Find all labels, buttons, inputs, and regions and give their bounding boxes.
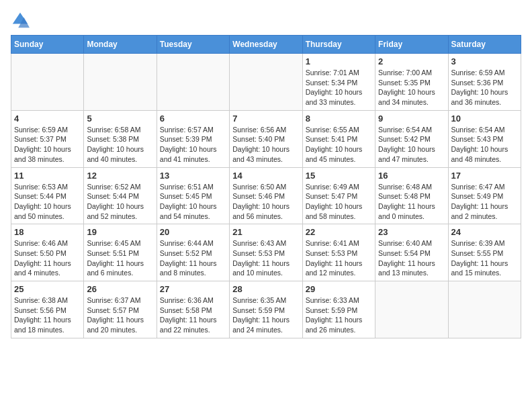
day-info: Sunrise: 6:59 AMSunset: 5:37 PMDaylight:… <box>14 125 81 165</box>
day-number: 10 <box>451 113 518 124</box>
day-number: 3 <box>451 56 518 66</box>
calendar-cell: 8Sunrise: 6:55 AMSunset: 5:41 PMDaylight… <box>302 110 375 167</box>
day-info: Sunrise: 6:54 AMSunset: 5:42 PMDaylight:… <box>378 125 445 165</box>
calendar-cell: 11Sunrise: 6:53 AMSunset: 5:44 PMDayligh… <box>11 167 84 224</box>
calendar-cell: 23Sunrise: 6:40 AMSunset: 5:54 PMDayligh… <box>375 224 448 281</box>
calendar-cell: 5Sunrise: 6:58 AMSunset: 5:38 PMDaylight… <box>84 110 157 167</box>
calendar-cell: 18Sunrise: 6:46 AMSunset: 5:50 PMDayligh… <box>11 224 84 281</box>
day-info: Sunrise: 6:39 AMSunset: 5:55 PMDaylight:… <box>451 238 518 278</box>
calendar-cell: 19Sunrise: 6:45 AMSunset: 5:51 PMDayligh… <box>84 224 157 281</box>
day-number: 5 <box>87 113 153 124</box>
calendar-cell <box>84 54 157 111</box>
calendar-cell: 21Sunrise: 6:43 AMSunset: 5:53 PMDayligh… <box>230 224 302 281</box>
calendar-week-row: 1Sunrise: 7:01 AMSunset: 5:34 PMDaylight… <box>11 54 521 111</box>
calendar-cell: 26Sunrise: 6:37 AMSunset: 5:57 PMDayligh… <box>84 281 157 338</box>
day-number: 17 <box>451 171 518 181</box>
day-number: 6 <box>160 113 226 124</box>
day-number: 14 <box>232 171 299 181</box>
day-info: Sunrise: 6:49 AMSunset: 5:47 PMDaylight:… <box>306 182 372 222</box>
weekday-header-monday: Monday <box>84 36 157 54</box>
day-info: Sunrise: 6:55 AMSunset: 5:41 PMDaylight:… <box>306 125 372 165</box>
calendar-cell <box>448 281 521 338</box>
calendar-table: SundayMondayTuesdayWednesdayThursdayFrid… <box>11 35 521 338</box>
logo-icon <box>11 11 30 30</box>
day-info: Sunrise: 6:38 AMSunset: 5:56 PMDaylight:… <box>14 295 81 335</box>
day-number: 7 <box>232 113 299 124</box>
calendar-cell: 15Sunrise: 6:49 AMSunset: 5:47 PMDayligh… <box>302 167 375 224</box>
calendar-cell: 12Sunrise: 6:52 AMSunset: 5:44 PMDayligh… <box>84 167 157 224</box>
calendar-cell: 20Sunrise: 6:44 AMSunset: 5:52 PMDayligh… <box>157 224 229 281</box>
day-number: 19 <box>87 227 153 237</box>
calendar-week-row: 18Sunrise: 6:46 AMSunset: 5:50 PMDayligh… <box>11 224 521 281</box>
day-number: 9 <box>378 113 445 124</box>
calendar-week-row: 25Sunrise: 6:38 AMSunset: 5:56 PMDayligh… <box>11 281 521 338</box>
weekday-header-sunday: Sunday <box>11 36 84 54</box>
day-number: 25 <box>14 284 81 294</box>
day-info: Sunrise: 6:56 AMSunset: 5:40 PMDaylight:… <box>232 125 299 165</box>
calendar-cell: 27Sunrise: 6:36 AMSunset: 5:58 PMDayligh… <box>157 281 229 338</box>
calendar-cell <box>11 54 84 111</box>
day-info: Sunrise: 6:54 AMSunset: 5:43 PMDaylight:… <box>451 125 518 165</box>
calendar-cell: 22Sunrise: 6:41 AMSunset: 5:53 PMDayligh… <box>302 224 375 281</box>
day-number: 11 <box>14 171 81 181</box>
day-info: Sunrise: 6:44 AMSunset: 5:52 PMDaylight:… <box>160 238 226 278</box>
day-info: Sunrise: 6:40 AMSunset: 5:54 PMDaylight:… <box>378 238 445 278</box>
weekday-header-saturday: Saturday <box>448 36 521 54</box>
day-number: 27 <box>160 284 226 294</box>
day-info: Sunrise: 6:33 AMSunset: 5:59 PMDaylight:… <box>306 295 372 335</box>
page-header <box>11 11 521 30</box>
calendar-cell: 7Sunrise: 6:56 AMSunset: 5:40 PMDaylight… <box>230 110 302 167</box>
calendar-cell: 3Sunrise: 6:59 AMSunset: 5:36 PMDaylight… <box>448 54 521 111</box>
calendar-cell: 16Sunrise: 6:48 AMSunset: 5:48 PMDayligh… <box>375 167 448 224</box>
day-number: 22 <box>306 227 372 237</box>
day-number: 28 <box>232 284 299 294</box>
weekday-header-thursday: Thursday <box>302 36 375 54</box>
day-number: 4 <box>14 113 81 124</box>
calendar-cell: 13Sunrise: 6:51 AMSunset: 5:45 PMDayligh… <box>157 167 229 224</box>
calendar-week-row: 11Sunrise: 6:53 AMSunset: 5:44 PMDayligh… <box>11 167 521 224</box>
calendar-cell: 6Sunrise: 6:57 AMSunset: 5:39 PMDaylight… <box>157 110 229 167</box>
day-info: Sunrise: 6:50 AMSunset: 5:46 PMDaylight:… <box>232 182 299 222</box>
calendar-cell: 14Sunrise: 6:50 AMSunset: 5:46 PMDayligh… <box>230 167 302 224</box>
day-number: 21 <box>232 227 299 237</box>
calendar-cell: 1Sunrise: 7:01 AMSunset: 5:34 PMDaylight… <box>302 54 375 111</box>
day-info: Sunrise: 6:36 AMSunset: 5:58 PMDaylight:… <box>160 295 226 335</box>
day-number: 1 <box>306 56 372 66</box>
weekday-header-wednesday: Wednesday <box>230 36 302 54</box>
day-info: Sunrise: 6:43 AMSunset: 5:53 PMDaylight:… <box>232 238 299 278</box>
calendar-cell: 2Sunrise: 7:00 AMSunset: 5:35 PMDaylight… <box>375 54 448 111</box>
calendar-cell: 29Sunrise: 6:33 AMSunset: 5:59 PMDayligh… <box>302 281 375 338</box>
calendar-cell <box>230 54 302 111</box>
calendar-cell <box>157 54 229 111</box>
day-info: Sunrise: 6:59 AMSunset: 5:36 PMDaylight:… <box>451 68 518 107</box>
day-number: 26 <box>87 284 153 294</box>
weekday-header-row: SundayMondayTuesdayWednesdayThursdayFrid… <box>11 36 521 54</box>
calendar-cell: 4Sunrise: 6:59 AMSunset: 5:37 PMDaylight… <box>11 110 84 167</box>
day-info: Sunrise: 6:52 AMSunset: 5:44 PMDaylight:… <box>87 182 153 222</box>
day-number: 29 <box>306 284 372 294</box>
calendar-cell: 25Sunrise: 6:38 AMSunset: 5:56 PMDayligh… <box>11 281 84 338</box>
calendar-cell: 28Sunrise: 6:35 AMSunset: 5:59 PMDayligh… <box>230 281 302 338</box>
day-info: Sunrise: 6:41 AMSunset: 5:53 PMDaylight:… <box>306 238 372 278</box>
day-number: 8 <box>306 113 372 124</box>
weekday-header-friday: Friday <box>375 36 448 54</box>
logo <box>11 11 32 30</box>
day-number: 12 <box>87 171 153 181</box>
day-number: 13 <box>160 171 226 181</box>
day-number: 23 <box>378 227 445 237</box>
day-info: Sunrise: 6:35 AMSunset: 5:59 PMDaylight:… <box>232 295 299 335</box>
day-info: Sunrise: 7:00 AMSunset: 5:35 PMDaylight:… <box>378 68 445 107</box>
calendar-cell: 24Sunrise: 6:39 AMSunset: 5:55 PMDayligh… <box>448 224 521 281</box>
day-number: 24 <box>451 227 518 237</box>
calendar-cell: 10Sunrise: 6:54 AMSunset: 5:43 PMDayligh… <box>448 110 521 167</box>
day-info: Sunrise: 6:45 AMSunset: 5:51 PMDaylight:… <box>87 238 153 278</box>
day-info: Sunrise: 7:01 AMSunset: 5:34 PMDaylight:… <box>306 68 372 107</box>
day-number: 18 <box>14 227 81 237</box>
calendar-cell: 9Sunrise: 6:54 AMSunset: 5:42 PMDaylight… <box>375 110 448 167</box>
day-number: 15 <box>306 171 372 181</box>
day-number: 20 <box>160 227 226 237</box>
calendar-cell <box>375 281 448 338</box>
calendar-week-row: 4Sunrise: 6:59 AMSunset: 5:37 PMDaylight… <box>11 110 521 167</box>
day-info: Sunrise: 6:51 AMSunset: 5:45 PMDaylight:… <box>160 182 226 222</box>
day-number: 16 <box>378 171 445 181</box>
